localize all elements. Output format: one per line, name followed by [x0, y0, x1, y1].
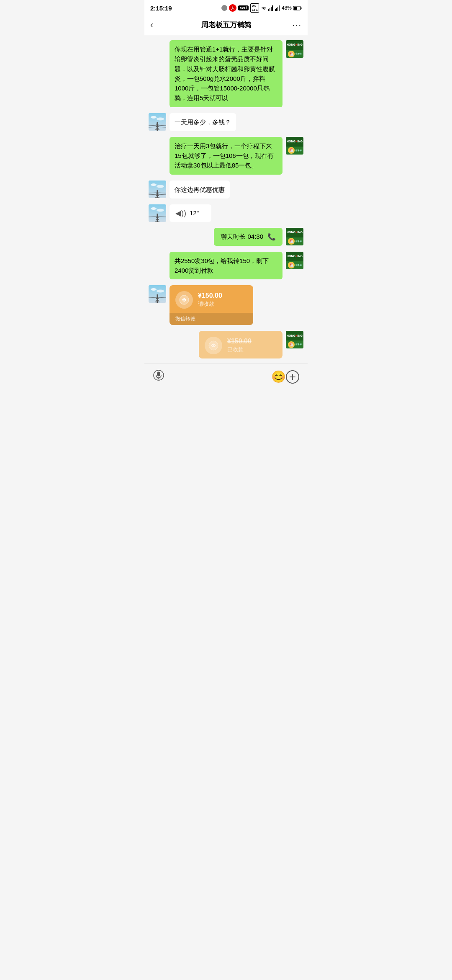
svg-text:人: 人: [231, 6, 235, 10]
transfer-footer: 微信转账: [170, 313, 253, 325]
status-bar: 2:15:19 人 Soul VoLTE 48%: [144, 0, 308, 15]
transfer-amount-recv: ¥150.00: [227, 338, 252, 345]
svg-rect-8: [277, 7, 278, 11]
bottom-bar: 😊 +: [144, 364, 308, 389]
svg-rect-12: [294, 7, 297, 10]
svg-point-14: [151, 116, 157, 119]
message-bubble: 治疗一天用3包就行，一个疗程下来15包就够了，一包106一包，现在有活动拿30包…: [170, 137, 282, 175]
svg-rect-5: [272, 5, 273, 11]
soul-badge: Soul: [238, 5, 249, 10]
svg-rect-9: [279, 5, 280, 11]
call-end-icon: 📞: [267, 233, 276, 241]
more-button[interactable]: ···: [287, 20, 302, 30]
avatar: [149, 204, 166, 222]
svg-point-30: [151, 207, 157, 210]
signal-icon: [268, 5, 273, 11]
voice-play-icon: ◀)): [175, 209, 186, 218]
back-button[interactable]: ‹: [150, 20, 165, 31]
avatar: [149, 113, 166, 131]
chat-area: HONGXING 🐔 张希林 你现在用管通1+1就行，主要是针对输卵管炎引起来的…: [144, 35, 308, 364]
avatar: HONGXING 🐔 张希林: [286, 331, 303, 348]
svg-rect-11: [301, 7, 302, 9]
svg-point-23: [151, 183, 157, 186]
message-bubble: 你现在用管通1+1就行，主要是针对输卵管炎引起来的蛋壳品质不好问题，以及针对大肠…: [170, 40, 282, 107]
svg-rect-29: [149, 204, 166, 222]
message-bubble: 一天用多少，多钱？: [170, 113, 236, 131]
transfer-amount: ¥150.00: [198, 292, 222, 299]
avatar: HONGXING 🐔 张希林: [286, 40, 303, 58]
svg-rect-36: [149, 285, 166, 303]
signal2-icon: [275, 5, 280, 11]
call-text: 聊天时长 04:30: [221, 233, 263, 241]
nav-bar: ‹ 周老板五万鹌鹑 ···: [144, 15, 308, 35]
message-row: HONGXING 🐔 张希林 共2550发30包，给我转150，剩下2400货到…: [149, 252, 303, 280]
message-row: HONGXING 🐔 张希林 聊天时长 04:30 📞: [149, 228, 303, 246]
transfer-label: 请收款: [198, 300, 222, 308]
svg-point-31: [157, 209, 164, 211]
message-row: 你这边再优惠优惠: [149, 181, 303, 199]
message-bubble: 共2550发30包，给我转150，剩下2400货到付款: [170, 252, 282, 280]
avatar: HONGXING 🐔 张希林: [286, 252, 303, 269]
svg-point-24: [157, 185, 164, 188]
call-message: 聊天时长 04:30 📞: [214, 228, 282, 246]
battery-icon: [293, 6, 302, 10]
svg-rect-7: [276, 8, 277, 11]
svg-point-47: [157, 372, 160, 377]
voice-duration: 12": [190, 209, 199, 217]
svg-rect-4: [271, 7, 272, 11]
svg-rect-22: [149, 181, 166, 198]
message-row: HONGXING 🐔 张希林 你现在用管通1+1就行，主要是针对输卵管炎引起来的…: [149, 40, 303, 107]
wifi-icon: [261, 5, 267, 11]
svg-rect-6: [275, 9, 276, 11]
message-bubble: 你这边再优惠优惠: [170, 181, 230, 199]
svg-point-15: [157, 117, 164, 120]
svg-rect-13: [149, 113, 166, 131]
status-icons: 人 Soul VoLTE 48%: [221, 3, 302, 13]
svg-rect-3: [270, 8, 270, 11]
svg-line-20: [157, 122, 157, 125]
transfer-received-icon: [205, 337, 222, 354]
transfer-label-recv: 已收款: [227, 346, 252, 353]
avatar: [149, 285, 166, 303]
svg-point-45: [213, 345, 214, 346]
message-row: 一天用多少，多钱？: [149, 113, 303, 131]
transfer-message-sent[interactable]: ¥150.00 请收款 微信转账: [170, 285, 253, 325]
transfer-icon: [175, 291, 193, 309]
svg-point-38: [157, 290, 164, 293]
status-time: 2:15:19: [150, 5, 172, 12]
message-row: ¥150.00 请收款 微信转账: [149, 285, 303, 325]
avatar: [149, 181, 166, 198]
avatar: HONGXING 🐔 张希林: [286, 137, 303, 155]
add-button[interactable]: +: [286, 370, 299, 384]
emoji-button[interactable]: 😊: [271, 370, 286, 384]
battery-level: 48%: [282, 5, 292, 11]
voice-input-button[interactable]: [153, 369, 164, 384]
svg-point-37: [151, 288, 157, 291]
notification-icon: 人: [229, 4, 236, 12]
message-row: HONGXING 🐔 张希林 ¥150.00 已: [149, 331, 303, 358]
avatar: HONGXING 🐔 张希林: [286, 228, 303, 245]
svg-rect-2: [268, 9, 269, 11]
msg-icon: [221, 5, 227, 11]
message-row: HONGXING 🐔 张希林 治疗一天用3包就行，一个疗程下来15包就够了，一包…: [149, 137, 303, 175]
message-row: ◀)) 12": [149, 204, 303, 222]
voice-message[interactable]: ◀)) 12": [170, 204, 211, 222]
transfer-message-received: ¥150.00 已收款: [199, 331, 282, 358]
page-title: 周老板五万鹌鹑: [201, 20, 251, 30]
volte-icon: VoLTE: [250, 3, 259, 13]
